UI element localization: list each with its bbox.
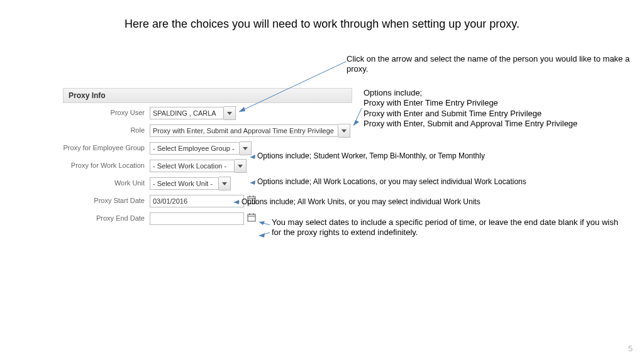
annotation-employee-group: Options include; Student Worker, Temp Bi…: [257, 151, 572, 161]
svg-marker-4: [222, 182, 227, 185]
annotation-top: Click on the arrow and select the name o…: [347, 54, 636, 75]
svg-rect-9: [248, 214, 255, 221]
start-date-input[interactable]: [150, 195, 244, 207]
role-combo[interactable]: [150, 124, 350, 137]
label-start-date: Proxy Start Date: [63, 195, 150, 204]
role-input[interactable]: [150, 124, 338, 137]
chevron-down-icon[interactable]: [235, 159, 247, 173]
annotation-role-options: Options include; Proxy with Enter Time E…: [364, 88, 628, 129]
annotation-dates: You may select dates to include a specif…: [272, 217, 624, 238]
annotation-role-l2: Proxy with Enter and Submit Time Entry P…: [364, 109, 628, 119]
svg-marker-0: [227, 112, 232, 115]
label-work-unit: Work Unit: [63, 177, 150, 187]
svg-marker-3: [238, 165, 243, 168]
work-location-combo[interactable]: [150, 160, 247, 172]
row-proxy-user: Proxy User: [63, 107, 352, 119]
annotation-work-unit: Options include; All Work Units, or you …: [242, 197, 594, 207]
panel-header: Proxy Info: [63, 88, 352, 103]
chevron-down-icon[interactable]: [224, 106, 236, 120]
label-role: Role: [63, 124, 150, 134]
row-role: Role: [63, 124, 352, 137]
end-date-input[interactable]: [150, 212, 244, 225]
calendar-icon[interactable]: [247, 212, 257, 222]
svg-marker-16: [353, 120, 359, 126]
page-title: Here are the choices you will need to wo…: [0, 18, 644, 31]
annotation-work-location: Options include; All Work Locations, or …: [257, 177, 609, 187]
label-employee-group: Proxy for Employee Group: [63, 142, 150, 151]
chevron-down-icon[interactable]: [240, 141, 252, 155]
work-unit-combo[interactable]: [150, 177, 231, 190]
annotation-role-l3: Proxy with Enter, Submit and Approval Ti…: [364, 119, 628, 129]
work-location-input[interactable]: [150, 160, 235, 172]
svg-marker-26: [259, 233, 265, 238]
svg-line-25: [259, 233, 270, 236]
svg-marker-1: [341, 129, 347, 133]
chevron-down-icon[interactable]: [338, 124, 350, 138]
proxy-user-input[interactable]: [150, 107, 224, 119]
proxy-user-combo[interactable]: [150, 107, 236, 119]
annotation-role-intro: Options include;: [364, 88, 628, 98]
work-unit-input[interactable]: [150, 177, 219, 190]
chevron-down-icon[interactable]: [219, 177, 231, 190]
svg-marker-2: [243, 147, 248, 150]
label-work-location: Proxy for Work Location: [63, 160, 150, 169]
svg-line-15: [353, 108, 362, 126]
employee-group-input[interactable]: [150, 142, 240, 155]
row-work-location: Proxy for Work Location: [63, 160, 352, 172]
label-proxy-user: Proxy User: [63, 107, 150, 116]
employee-group-combo[interactable]: [150, 142, 252, 155]
annotation-role-l1: Proxy with Enter Time Entry Privilege: [364, 98, 628, 108]
page-number: 5: [628, 344, 633, 353]
label-end-date: Proxy End Date: [63, 212, 150, 222]
